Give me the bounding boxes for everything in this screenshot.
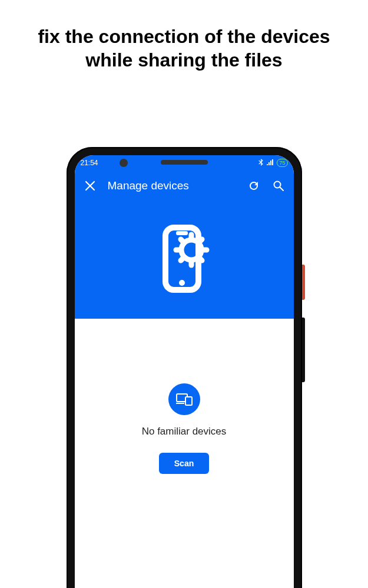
phone-gear-icon (149, 220, 220, 299)
volume-button (302, 318, 305, 382)
battery-indicator: 75 (277, 159, 287, 167)
earpiece-speaker (161, 160, 208, 165)
scan-button[interactable]: Scan (159, 453, 209, 474)
page-title: Manage devices (108, 179, 236, 192)
phone-screen: 21:54 75 Manage devices (75, 155, 294, 588)
phone-frame: 21:54 75 Manage devices (67, 147, 302, 588)
svg-line-11 (181, 258, 184, 260)
signal-icon (267, 159, 274, 167)
bluetooth-icon (258, 159, 264, 168)
hero-banner (75, 201, 294, 319)
svg-line-9 (181, 239, 184, 242)
app-bar: Manage devices (75, 171, 294, 201)
close-icon[interactable] (83, 179, 97, 193)
empty-state-text: No familiar devices (142, 426, 227, 437)
search-icon[interactable] (271, 179, 286, 193)
promo-headline: fix the connection of the devices while … (0, 0, 368, 72)
svg-rect-14 (185, 397, 192, 405)
front-camera (120, 159, 128, 167)
svg-point-3 (179, 280, 185, 286)
content-area: No familiar devices Scan Fix connection (75, 319, 294, 588)
svg-line-10 (199, 239, 202, 242)
devices-icon (168, 383, 200, 415)
svg-line-12 (199, 258, 202, 260)
power-button (302, 265, 305, 300)
refresh-icon[interactable] (247, 179, 261, 193)
svg-rect-2 (176, 231, 188, 235)
status-time: 21:54 (81, 159, 98, 167)
phone-mockup: 21:54 75 Manage devices (67, 147, 302, 588)
